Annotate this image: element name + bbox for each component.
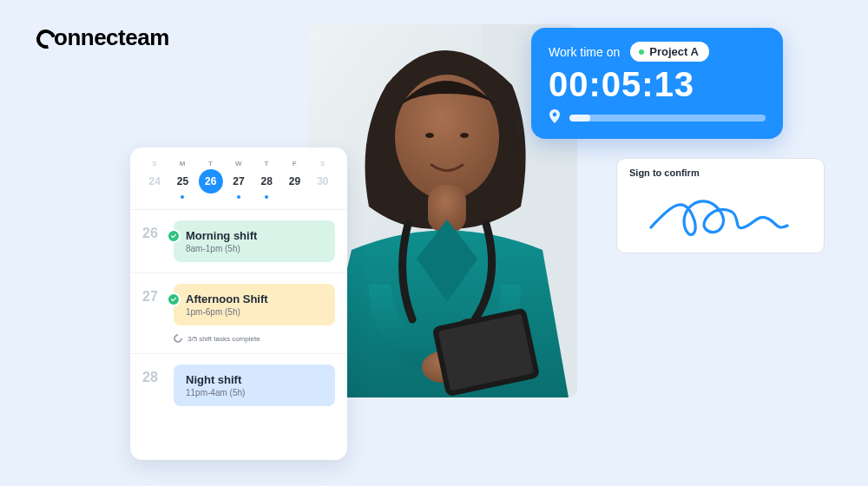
shift-date-label: 27: [142, 284, 165, 305]
dow-label: T: [254, 160, 279, 167]
shift-title: Morning shift: [186, 229, 325, 242]
dow-label: F: [283, 160, 307, 167]
shift-subtitle: 8am-1pm (5h): [186, 244, 325, 253]
check-badge-icon: [167, 292, 181, 306]
shift-row: 26 Morning shift 8am-1pm (5h): [130, 209, 347, 273]
event-dot-icon: [237, 195, 240, 199]
shift-date-label: 28: [142, 364, 165, 385]
event-dot-icon: [181, 195, 184, 199]
calendar-day[interactable]: 27: [227, 169, 251, 194]
calendar-dow-row: S M T W T F S: [130, 160, 347, 167]
signature-label: Sign to confirm: [629, 167, 812, 178]
shift-subtitle: 11pm-4am (5h): [186, 388, 325, 397]
brand-name: onnecteam: [54, 24, 169, 51]
progress-ring-icon: [172, 332, 184, 345]
shift-card-morning[interactable]: Morning shift 8am-1pm (5h): [174, 220, 335, 262]
signature-card: Sign to confirm: [616, 158, 825, 253]
calendar-day[interactable]: 29: [283, 169, 307, 194]
location-pin-icon: [549, 109, 561, 127]
calendar-day[interactable]: 24: [142, 169, 167, 194]
shift-subtitle: 1pm-6pm (5h): [186, 307, 325, 317]
calendar-day[interactable]: 30: [311, 169, 335, 194]
shift-title: Afternoon Shift: [186, 292, 325, 305]
location-progress-bar: [569, 115, 766, 122]
calendar-day[interactable]: 25: [170, 169, 194, 194]
tasks-progress-text: 3/5 shift tasks complete: [187, 335, 260, 343]
calendar-day[interactable]: 28: [254, 169, 279, 194]
project-pill[interactable]: Project A: [630, 42, 709, 62]
timer-value: 00:05:13: [549, 65, 766, 104]
dow-label: S: [311, 160, 335, 167]
shift-title: Night shift: [186, 373, 325, 386]
shift-row: 28 Night shift 11pm-4am (5h): [130, 353, 347, 417]
svg-point-11: [460, 133, 469, 138]
work-timer-card: Work time on Project A 00:05:13: [531, 28, 783, 139]
timer-label: Work time on: [549, 45, 620, 59]
svg-point-10: [425, 133, 434, 138]
status-dot-icon: [639, 49, 644, 55]
dow-label: S: [142, 160, 167, 167]
calendar-card: S M T W T F S 24 25 26 27 28 29 30 26 Mo…: [130, 148, 347, 460]
shift-date-label: 26: [142, 220, 165, 241]
brand-logo: onnecteam: [36, 24, 169, 51]
calendar-days-row: 24 25 26 27 28 29 30: [130, 167, 347, 197]
dow-label: M: [170, 160, 194, 167]
event-dot-icon: [265, 195, 268, 199]
project-name: Project A: [649, 45, 699, 58]
shift-list: 26 Morning shift 8am-1pm (5h) 27: [130, 209, 347, 417]
shift-row: 27 Afternoon Shift 1pm-6pm (5h) 3/5 shif…: [130, 273, 347, 353]
dow-label: T: [199, 160, 223, 167]
signature-area[interactable]: [629, 183, 812, 244]
shift-card-afternoon[interactable]: Afternoon Shift 1pm-6pm (5h): [174, 284, 335, 325]
shift-card-night[interactable]: Night shift 11pm-4am (5h): [174, 364, 335, 406]
calendar-day-selected[interactable]: 26: [199, 169, 223, 194]
dow-label: W: [227, 160, 251, 167]
check-badge-icon: [167, 229, 181, 243]
shift-tasks-progress: 3/5 shift tasks complete: [174, 334, 335, 343]
